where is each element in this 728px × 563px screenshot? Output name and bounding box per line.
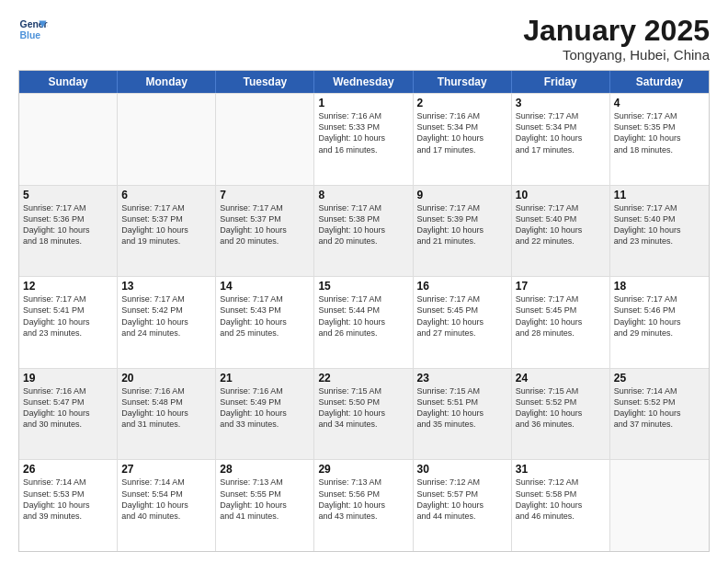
calendar-cell: 2Sunrise: 7:16 AM Sunset: 5:34 PM Daylig…	[414, 94, 512, 185]
cell-info: Sunrise: 7:17 AM Sunset: 5:35 PM Dayligh…	[614, 110, 705, 155]
calendar-cell: 7Sunrise: 7:17 AM Sunset: 5:37 PM Daylig…	[216, 186, 314, 277]
day-number: 19	[23, 372, 113, 385]
calendar: SundayMondayTuesdayWednesdayThursdayFrid…	[18, 70, 710, 552]
day-number: 2	[417, 97, 507, 109]
day-header-sunday: Sunday	[19, 71, 118, 93]
calendar-header: SundayMondayTuesdayWednesdayThursdayFrid…	[19, 71, 709, 93]
day-number: 4	[614, 97, 705, 109]
calendar-cell	[118, 94, 216, 185]
cell-info: Sunrise: 7:15 AM Sunset: 5:51 PM Dayligh…	[417, 385, 507, 431]
cell-info: Sunrise: 7:12 AM Sunset: 5:57 PM Dayligh…	[417, 477, 507, 522]
day-number: 3	[516, 97, 606, 109]
day-number: 17	[516, 280, 606, 293]
calendar-cell: 24Sunrise: 7:15 AM Sunset: 5:52 PM Dayli…	[512, 369, 610, 460]
calendar-cell: 1Sunrise: 7:16 AM Sunset: 5:33 PM Daylig…	[314, 94, 413, 185]
calendar-cell	[216, 94, 314, 185]
day-number: 29	[318, 463, 408, 476]
title-block: January 2025 Tongyang, Hubei, China	[523, 15, 710, 63]
logo: General Blue	[18, 15, 48, 44]
calendar-cell: 16Sunrise: 7:17 AM Sunset: 5:45 PM Dayli…	[414, 277, 512, 368]
day-number: 15	[318, 280, 408, 293]
day-header-thursday: Thursday	[414, 71, 512, 93]
cell-info: Sunrise: 7:16 AM Sunset: 5:49 PM Dayligh…	[220, 385, 310, 431]
cell-info: Sunrise: 7:17 AM Sunset: 5:44 PM Dayligh…	[318, 293, 408, 339]
calendar-subtitle: Tongyang, Hubei, China	[523, 47, 710, 63]
cell-info: Sunrise: 7:17 AM Sunset: 5:38 PM Dayligh…	[318, 202, 408, 247]
cell-info: Sunrise: 7:13 AM Sunset: 5:55 PM Dayligh…	[220, 477, 310, 522]
cell-info: Sunrise: 7:17 AM Sunset: 5:37 PM Dayligh…	[220, 202, 310, 247]
day-number: 20	[121, 372, 211, 385]
cell-info: Sunrise: 7:17 AM Sunset: 5:46 PM Dayligh…	[614, 293, 705, 339]
calendar-cell: 27Sunrise: 7:14 AM Sunset: 5:54 PM Dayli…	[118, 460, 216, 551]
calendar-cell	[19, 94, 118, 185]
calendar-cell: 23Sunrise: 7:15 AM Sunset: 5:51 PM Dayli…	[414, 369, 512, 460]
day-number: 12	[23, 280, 113, 293]
calendar-row-5: 26Sunrise: 7:14 AM Sunset: 5:53 PM Dayli…	[19, 459, 709, 551]
day-header-wednesday: Wednesday	[314, 71, 413, 93]
cell-info: Sunrise: 7:17 AM Sunset: 5:40 PM Dayligh…	[614, 202, 705, 247]
calendar-row-3: 12Sunrise: 7:17 AM Sunset: 5:41 PM Dayli…	[19, 276, 709, 368]
calendar-cell: 30Sunrise: 7:12 AM Sunset: 5:57 PM Dayli…	[414, 460, 512, 551]
cell-info: Sunrise: 7:16 AM Sunset: 5:34 PM Dayligh…	[417, 110, 507, 155]
calendar-cell: 5Sunrise: 7:17 AM Sunset: 5:36 PM Daylig…	[19, 186, 118, 277]
cell-info: Sunrise: 7:16 AM Sunset: 5:47 PM Dayligh…	[23, 385, 113, 431]
calendar-cell: 10Sunrise: 7:17 AM Sunset: 5:40 PM Dayli…	[512, 186, 610, 277]
cell-info: Sunrise: 7:17 AM Sunset: 5:45 PM Dayligh…	[417, 293, 507, 339]
cell-info: Sunrise: 7:16 AM Sunset: 5:33 PM Dayligh…	[318, 110, 408, 155]
cell-info: Sunrise: 7:17 AM Sunset: 5:34 PM Dayligh…	[516, 110, 606, 155]
calendar-cell: 28Sunrise: 7:13 AM Sunset: 5:55 PM Dayli…	[216, 460, 314, 551]
day-header-tuesday: Tuesday	[216, 71, 314, 93]
calendar-row-1: 1Sunrise: 7:16 AM Sunset: 5:33 PM Daylig…	[19, 93, 709, 185]
day-number: 30	[417, 463, 507, 476]
day-number: 25	[614, 372, 705, 385]
cell-info: Sunrise: 7:16 AM Sunset: 5:48 PM Dayligh…	[121, 385, 211, 431]
day-number: 18	[614, 280, 705, 293]
day-header-monday: Monday	[118, 71, 216, 93]
day-header-friday: Friday	[512, 71, 610, 93]
calendar-cell: 22Sunrise: 7:15 AM Sunset: 5:50 PM Dayli…	[314, 369, 413, 460]
day-number: 8	[318, 189, 408, 201]
cell-info: Sunrise: 7:17 AM Sunset: 5:36 PM Dayligh…	[23, 202, 113, 247]
calendar-cell: 31Sunrise: 7:12 AM Sunset: 5:58 PM Dayli…	[512, 460, 610, 551]
cell-info: Sunrise: 7:15 AM Sunset: 5:50 PM Dayligh…	[318, 385, 408, 431]
cell-info: Sunrise: 7:15 AM Sunset: 5:52 PM Dayligh…	[516, 385, 606, 431]
calendar-cell: 4Sunrise: 7:17 AM Sunset: 5:35 PM Daylig…	[610, 94, 709, 185]
day-number: 26	[23, 463, 113, 476]
calendar-cell: 14Sunrise: 7:17 AM Sunset: 5:43 PM Dayli…	[216, 277, 314, 368]
day-number: 5	[23, 189, 113, 201]
day-number: 1	[318, 97, 408, 109]
calendar-cell: 21Sunrise: 7:16 AM Sunset: 5:49 PM Dayli…	[216, 369, 314, 460]
calendar-cell: 8Sunrise: 7:17 AM Sunset: 5:38 PM Daylig…	[314, 186, 413, 277]
day-number: 6	[121, 189, 211, 201]
cell-info: Sunrise: 7:17 AM Sunset: 5:37 PM Dayligh…	[121, 202, 211, 247]
day-number: 11	[614, 189, 705, 201]
day-number: 31	[516, 463, 606, 476]
calendar-body: 1Sunrise: 7:16 AM Sunset: 5:33 PM Daylig…	[19, 93, 709, 551]
calendar-cell: 11Sunrise: 7:17 AM Sunset: 5:40 PM Dayli…	[610, 186, 709, 277]
calendar-cell: 9Sunrise: 7:17 AM Sunset: 5:39 PM Daylig…	[414, 186, 512, 277]
cell-info: Sunrise: 7:17 AM Sunset: 5:43 PM Dayligh…	[220, 293, 310, 339]
day-number: 23	[417, 372, 507, 385]
day-number: 28	[220, 463, 310, 476]
cell-info: Sunrise: 7:13 AM Sunset: 5:56 PM Dayligh…	[318, 477, 408, 522]
day-number: 24	[516, 372, 606, 385]
day-header-saturday: Saturday	[610, 71, 709, 93]
cell-info: Sunrise: 7:17 AM Sunset: 5:39 PM Dayligh…	[417, 202, 507, 247]
calendar-cell: 18Sunrise: 7:17 AM Sunset: 5:46 PM Dayli…	[610, 277, 709, 368]
cell-info: Sunrise: 7:14 AM Sunset: 5:52 PM Dayligh…	[614, 385, 705, 431]
cell-info: Sunrise: 7:12 AM Sunset: 5:58 PM Dayligh…	[516, 477, 606, 522]
day-number: 13	[121, 280, 211, 293]
calendar-row-2: 5Sunrise: 7:17 AM Sunset: 5:36 PM Daylig…	[19, 185, 709, 277]
calendar-cell: 20Sunrise: 7:16 AM Sunset: 5:48 PM Dayli…	[118, 369, 216, 460]
calendar-cell: 29Sunrise: 7:13 AM Sunset: 5:56 PM Dayli…	[314, 460, 413, 551]
day-number: 21	[220, 372, 310, 385]
day-number: 10	[516, 189, 606, 201]
day-number: 9	[417, 189, 507, 201]
calendar-cell: 17Sunrise: 7:17 AM Sunset: 5:45 PM Dayli…	[512, 277, 610, 368]
calendar-cell: 25Sunrise: 7:14 AM Sunset: 5:52 PM Dayli…	[610, 369, 709, 460]
cell-info: Sunrise: 7:17 AM Sunset: 5:42 PM Dayligh…	[121, 293, 211, 339]
cell-info: Sunrise: 7:14 AM Sunset: 5:53 PM Dayligh…	[23, 477, 113, 522]
calendar-cell: 15Sunrise: 7:17 AM Sunset: 5:44 PM Dayli…	[314, 277, 413, 368]
calendar-cell	[610, 460, 709, 551]
svg-text:Blue: Blue	[20, 30, 41, 40]
